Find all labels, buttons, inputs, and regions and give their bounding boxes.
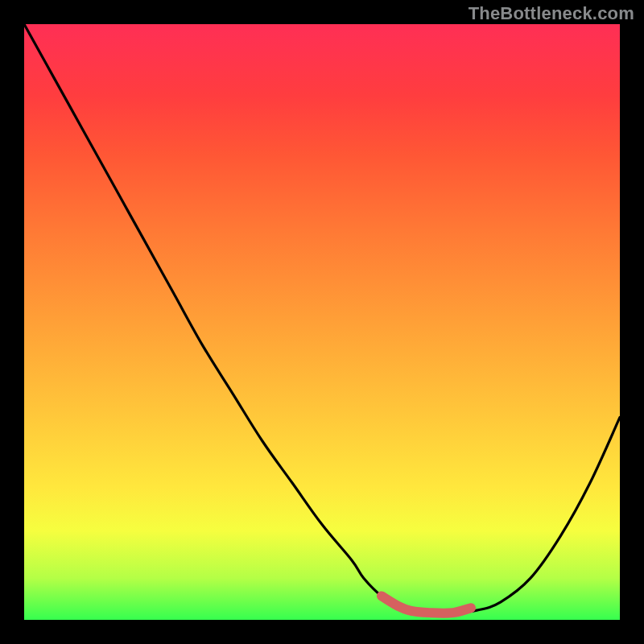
watermark-text: TheBottleneck.com [469, 3, 634, 24]
optimal-zone-highlight [382, 596, 471, 613]
chart-frame: TheBottleneck.com [0, 0, 644, 644]
curve-svg [24, 24, 620, 620]
plot-area [24, 24, 620, 620]
bottleneck-curve [24, 24, 620, 613]
